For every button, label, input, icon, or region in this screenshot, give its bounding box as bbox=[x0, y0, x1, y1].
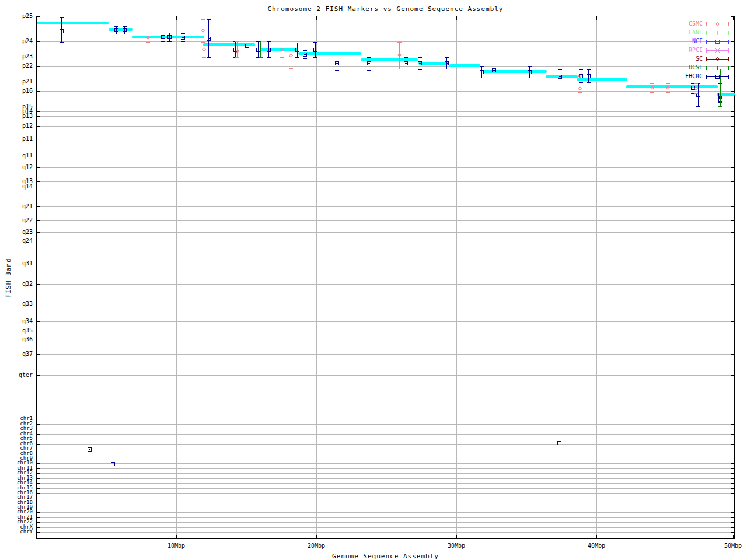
marker-inner-dash bbox=[169, 37, 170, 37]
data-point-fhcrc bbox=[313, 48, 317, 52]
marker-inner-dash bbox=[529, 72, 530, 72]
y-tick-mark bbox=[731, 498, 734, 498]
y-tick-label: q34 bbox=[1, 318, 33, 324]
y-gridline bbox=[37, 187, 734, 187]
data-point-csmc bbox=[202, 47, 206, 51]
y-tick-mark bbox=[731, 508, 734, 508]
marker-inner-dash bbox=[588, 76, 589, 76]
error-cap bbox=[267, 41, 271, 42]
y-gridline bbox=[37, 454, 734, 454]
y-tick-label: q37 bbox=[1, 351, 33, 357]
y-tick-mark bbox=[731, 493, 734, 494]
y-tick-mark bbox=[731, 107, 734, 107]
data-point-fhcrc bbox=[557, 441, 561, 445]
data-point-fhcrc bbox=[295, 48, 299, 52]
y-tick-mark bbox=[731, 156, 734, 156]
y-gridline bbox=[37, 508, 734, 508]
error-cap bbox=[578, 83, 582, 83]
y-tick-mark bbox=[37, 444, 40, 444]
marker-inner-dash bbox=[559, 76, 561, 77]
data-point-fhcrc bbox=[335, 61, 339, 65]
error-cap bbox=[202, 57, 206, 58]
y-tick-label: p11 bbox=[1, 136, 33, 142]
y-tick-mark bbox=[731, 532, 734, 533]
x-tick-mark bbox=[456, 535, 457, 538]
y-tick-label: p12 bbox=[1, 123, 33, 129]
error-cap bbox=[146, 33, 150, 33]
error-cap bbox=[313, 42, 317, 43]
y-tick-mark bbox=[731, 91, 734, 92]
y-tick-mark bbox=[731, 468, 734, 469]
error-cap bbox=[397, 42, 402, 43]
data-point-csmc bbox=[578, 86, 582, 90]
y-tick-mark bbox=[37, 439, 40, 439]
y-gridline bbox=[37, 439, 734, 439]
error-cap bbox=[256, 41, 260, 42]
legend-sample-cap bbox=[706, 75, 707, 79]
fish-marker-chart: Chromosome 2 FISH Markers vs Genome Sequ… bbox=[0, 0, 747, 560]
marker-inner-dash bbox=[296, 50, 298, 50]
legend-sample-cap bbox=[728, 48, 729, 52]
data-point-fhcrc bbox=[404, 61, 408, 65]
data-point-fhcrc bbox=[587, 74, 591, 78]
error-cap bbox=[650, 92, 654, 93]
marker-inner-dash bbox=[61, 31, 62, 32]
legend-marker-sc bbox=[715, 57, 720, 61]
y-tick-mark bbox=[731, 116, 734, 117]
y-gridline bbox=[37, 463, 734, 464]
y-tick-mark bbox=[731, 232, 734, 233]
y-tick-mark bbox=[731, 181, 734, 182]
data-point-fhcrc bbox=[60, 29, 64, 33]
legend-sample-cap bbox=[728, 57, 729, 61]
x-tick-mark bbox=[596, 16, 597, 20]
error-cap bbox=[245, 41, 249, 41]
y-tick-mark bbox=[37, 331, 40, 331]
marker-inner-dash bbox=[89, 449, 90, 450]
marker-inner-dash bbox=[124, 30, 125, 30]
y-gridline bbox=[37, 517, 734, 518]
y-gridline bbox=[37, 473, 734, 474]
y-tick-mark bbox=[731, 439, 734, 439]
marker-inner-dash bbox=[717, 41, 718, 42]
x-tick-label: 20Mbp bbox=[302, 542, 331, 550]
y-tick-mark bbox=[37, 522, 40, 523]
legend-sample-cap bbox=[706, 48, 707, 52]
y-gridline bbox=[37, 66, 734, 66]
error-cap bbox=[367, 70, 371, 71]
legend-marker-fhcrc bbox=[715, 75, 720, 79]
plot-dynamic-layer: p25p24p23p22p21p16p15p14p13p12p11q11q12q… bbox=[0, 0, 747, 560]
legend-label-fhcrc: FHCRC bbox=[656, 73, 703, 80]
y-tick-mark bbox=[37, 468, 40, 469]
error-cap bbox=[418, 57, 422, 58]
x-tick-label: 10Mbp bbox=[162, 542, 191, 550]
data-point-fhcrc bbox=[167, 35, 172, 39]
y-tick-mark bbox=[731, 517, 734, 518]
legend-label-lanl: LANL bbox=[656, 29, 703, 36]
y-gridline bbox=[37, 449, 734, 449]
y-tick-mark bbox=[37, 82, 40, 82]
data-point-fhcrc bbox=[245, 44, 249, 48]
y-gridline bbox=[37, 232, 734, 233]
x-gridline bbox=[176, 16, 177, 538]
y-tick-mark bbox=[731, 304, 734, 304]
error-cap bbox=[718, 106, 722, 107]
y-tick-mark bbox=[731, 284, 734, 285]
error-cap bbox=[60, 42, 64, 43]
x-tick-mark bbox=[176, 535, 177, 538]
y-gridline bbox=[37, 331, 734, 331]
data-point-ucsf bbox=[260, 47, 261, 51]
y-tick-mark bbox=[731, 463, 734, 464]
y-tick-mark bbox=[37, 503, 40, 503]
error-cap bbox=[267, 57, 271, 58]
y-gridline bbox=[37, 116, 734, 117]
legend-sample-cap bbox=[728, 22, 729, 26]
y-tick-mark bbox=[731, 126, 734, 127]
error-cap bbox=[528, 78, 532, 78]
error-cap bbox=[404, 57, 408, 58]
y-tick-mark bbox=[37, 463, 40, 464]
error-cap bbox=[718, 69, 722, 69]
y-gridline bbox=[37, 181, 734, 182]
error-cap bbox=[161, 33, 165, 33]
error-cap bbox=[289, 41, 293, 41]
error-cap bbox=[123, 34, 127, 34]
